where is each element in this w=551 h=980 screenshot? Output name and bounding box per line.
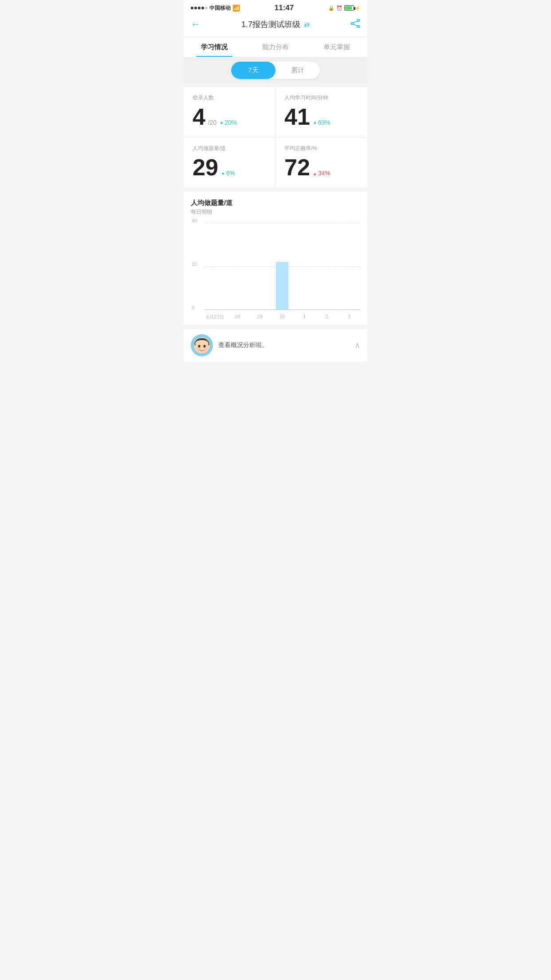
x-label-3: 30 bbox=[271, 314, 293, 320]
nav-header: ← 1.7报告测试班级 ⇄ bbox=[184, 14, 367, 37]
bar-column-5 bbox=[315, 223, 338, 310]
share-button[interactable] bbox=[350, 19, 360, 30]
lock-icon: 🔒 bbox=[328, 5, 335, 11]
stat-label-accuracy: 平均正确率/% bbox=[284, 145, 358, 152]
x-label-5: 2 bbox=[315, 314, 338, 320]
tab-ability-dist[interactable]: 能力分布 bbox=[245, 37, 306, 57]
time-range-toggle: 7天 累计 bbox=[231, 62, 320, 79]
stat-label-login: 登录人数 bbox=[193, 94, 266, 102]
toggle-section: 7天 累计 bbox=[184, 57, 367, 83]
chart-bars bbox=[204, 223, 360, 310]
chart-area: 40 20 0 6月27日282930123 bbox=[191, 223, 360, 320]
tab-unit-mastery[interactable]: 单元掌握 bbox=[306, 37, 367, 57]
stat-big-studytime: 41 bbox=[284, 105, 310, 128]
page-title: 1.7报告测试班级 ⇄ bbox=[241, 19, 310, 30]
popup-message: 查看概况分析啦。 bbox=[218, 341, 349, 349]
stat-big-login: 4 bbox=[193, 105, 205, 128]
bar-column-4 bbox=[293, 223, 315, 310]
bar-column-1 bbox=[226, 223, 248, 310]
x-label-0: 6月27日 bbox=[204, 314, 226, 320]
stat-change-studytime: 63% bbox=[313, 119, 331, 126]
x-label-1: 28 bbox=[226, 314, 248, 320]
alarm-icon: ⏰ bbox=[336, 5, 342, 11]
stat-questions: 人均做题量/道 29 6% bbox=[184, 138, 276, 188]
bar-3 bbox=[276, 262, 288, 310]
bar-column-6 bbox=[338, 223, 360, 310]
bottom-popup: 查看概况分析啦。 ∧ bbox=[184, 328, 367, 362]
chart-section: 人均做题量/道 每日明细 40 20 0 6月27日282930123 bbox=[184, 192, 367, 325]
stat-change-questions: 6% bbox=[221, 170, 235, 177]
arrow-down-questions bbox=[221, 170, 225, 177]
time-display: 11:47 bbox=[275, 4, 294, 12]
stat-change-accuracy: 34% bbox=[313, 170, 331, 177]
stat-sub-login: /20 bbox=[208, 119, 216, 126]
svg-point-6 bbox=[198, 345, 201, 348]
stat-big-questions: 29 bbox=[193, 156, 218, 179]
stats-grid: 登录人数 4 /20 20% 人均学习时间/分钟 41 63% 人均做题量/道 … bbox=[184, 87, 367, 188]
stat-change-login: 20% bbox=[219, 119, 237, 126]
status-left: 中国移动 📶 bbox=[191, 4, 240, 12]
x-label-6: 3 bbox=[338, 314, 360, 320]
svg-line-4 bbox=[353, 24, 358, 26]
stat-study-time: 人均学习时间/分钟 41 63% bbox=[276, 87, 367, 138]
stat-login-count: 登录人数 4 /20 20% bbox=[184, 87, 276, 138]
grid-label-0: 0 bbox=[192, 305, 194, 310]
bolt-icon: ⚡ bbox=[355, 6, 360, 11]
x-label-4: 1 bbox=[293, 314, 315, 320]
grid-label-40: 40 bbox=[192, 218, 197, 223]
shuffle-icon[interactable]: ⇄ bbox=[304, 20, 310, 29]
signal-dots bbox=[191, 7, 208, 9]
chart-title: 人均做题量/道 bbox=[191, 199, 360, 207]
carrier-label: 中国移动 bbox=[209, 4, 231, 12]
stat-label-studytime: 人均学习时间/分钟 bbox=[284, 94, 358, 102]
stat-label-questions: 人均做题量/道 bbox=[193, 145, 266, 152]
toggle-7days[interactable]: 7天 bbox=[231, 62, 276, 79]
stat-accuracy: 平均正确率/% 72 34% bbox=[276, 138, 367, 188]
status-bar: 中国移动 📶 11:47 🔒 ⏰ ⚡ bbox=[184, 0, 367, 14]
x-label-2: 29 bbox=[249, 314, 271, 320]
bar-column-0 bbox=[204, 223, 226, 310]
toggle-cumulative[interactable]: 累计 bbox=[276, 62, 320, 79]
collapse-button[interactable]: ∧ bbox=[354, 340, 360, 350]
bar-column-2 bbox=[249, 223, 271, 310]
arrow-up-accuracy bbox=[313, 170, 317, 177]
wifi-icon: 📶 bbox=[232, 4, 240, 12]
svg-point-1 bbox=[358, 25, 360, 28]
tab-study-status[interactable]: 学习情况 bbox=[184, 37, 245, 57]
stat-big-accuracy: 72 bbox=[284, 156, 310, 179]
battery-icon: ⚡ bbox=[344, 5, 360, 11]
svg-point-8 bbox=[197, 348, 199, 349]
svg-point-0 bbox=[358, 19, 360, 21]
grid-label-20: 20 bbox=[192, 261, 197, 267]
svg-line-3 bbox=[353, 21, 358, 23]
back-button[interactable]: ← bbox=[191, 19, 201, 30]
grid-line-0: 0 bbox=[204, 310, 360, 310]
chart-subtitle: 每日明细 bbox=[191, 208, 360, 216]
avatar bbox=[191, 334, 213, 356]
title-text: 1.7报告测试班级 bbox=[241, 19, 300, 30]
arrow-down-studytime bbox=[313, 119, 317, 126]
bar-column-3 bbox=[271, 223, 293, 310]
svg-point-9 bbox=[205, 348, 207, 349]
tab-bar: 学习情况 能力分布 单元掌握 bbox=[184, 37, 367, 57]
svg-point-2 bbox=[351, 22, 354, 24]
svg-point-7 bbox=[204, 345, 206, 348]
arrow-down-login bbox=[219, 119, 224, 126]
x-axis-labels: 6月27日282930123 bbox=[204, 314, 360, 320]
axis-line bbox=[204, 309, 360, 310]
status-right: 🔒 ⏰ ⚡ bbox=[328, 5, 360, 11]
